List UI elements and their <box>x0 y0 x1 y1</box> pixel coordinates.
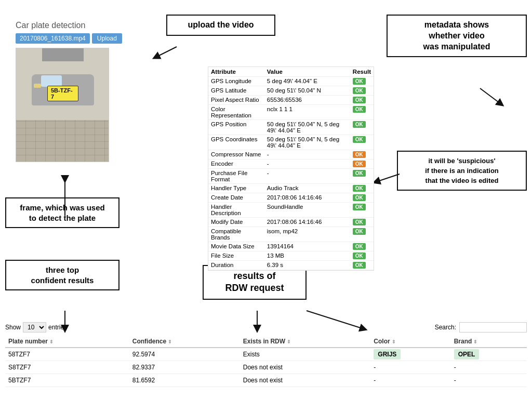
callout-frame: frame, which was used to detect the plat… <box>5 197 119 228</box>
metadata-attribute: Modify Date <box>208 218 264 227</box>
metadata-result: OK <box>350 150 374 159</box>
metadata-row: Create Date2017:08:06 14:16:46OK <box>208 193 374 203</box>
headlight <box>34 84 41 88</box>
color: - <box>370 374 450 387</box>
upload-row: 20170806_161638.mp4 Upload <box>16 33 122 44</box>
plate-number: S8TZF7 <box>5 361 129 374</box>
ok-badge: OK <box>353 170 366 177</box>
ok-badge: OK <box>353 194 366 201</box>
road-surface <box>16 120 109 162</box>
search-row: Search: <box>435 322 527 332</box>
show-label: Show <box>5 324 21 331</box>
color: - <box>370 361 450 374</box>
ok-badge: OK <box>353 262 366 269</box>
exists-in-rdw: Exists <box>240 348 371 361</box>
metadata-row: File Size13 MBOK <box>208 251 374 261</box>
exists-in-rdw: Does not exist <box>240 374 371 387</box>
results-col-header: Plate number⇕ <box>5 336 129 348</box>
entries-select[interactable]: 10 25 50 <box>23 322 46 332</box>
ok-badge: OK <box>353 151 366 158</box>
callout-upload: upload the video <box>166 15 275 36</box>
ok-badge: OK <box>353 78 366 85</box>
metadata-result: OK <box>350 251 374 261</box>
metadata-value: 50 deg 51\' 50.04" N <box>264 86 350 96</box>
metadata-row: GPS Position50 deg 51\' 50.04" N, 5 deg … <box>208 120 374 135</box>
metadata-attribute: Movie Data Size <box>208 242 264 251</box>
metadata-attribute: Encoder <box>208 159 264 169</box>
ok-badge: OK <box>353 185 366 192</box>
metadata-attribute: Create Date <box>208 193 264 203</box>
metadata-value: - <box>264 169 350 184</box>
car-body: 5B-TZF-7 <box>32 74 94 105</box>
metadata-result: OK <box>350 203 374 218</box>
results-row: 58TZF792.5974ExistsGRIJSOPEL <box>5 348 527 361</box>
plate-number: 58TZF7 <box>5 348 129 361</box>
car-plate-section: Car plate detection 20170806_161638.mp4 … <box>16 21 122 162</box>
metadata-row: Duration6.39 sOK <box>208 261 374 270</box>
ok-badge: OK <box>353 252 366 259</box>
brand: - <box>451 374 527 387</box>
confidence: 92.5974 <box>129 348 240 361</box>
metadata-row: Compressor Name-OK <box>208 150 374 159</box>
metadata-attribute: Purchase File Format <box>208 169 264 184</box>
upload-button[interactable]: Upload <box>92 33 122 44</box>
metadata-value: 13 MB <box>264 251 350 261</box>
results-row: 5BTZF781.6592Does not exist-- <box>5 374 527 387</box>
sort-icon[interactable]: ⇕ <box>168 339 172 344</box>
brand-highlighted: OPEL <box>454 349 480 360</box>
ok-badge: OK <box>353 87 366 94</box>
metadata-result: OK <box>350 193 374 203</box>
metadata-row: Compatible Brandsisom, mp42OK <box>208 227 374 242</box>
metadata-value: SoundHandle <box>264 203 350 218</box>
metadata-row: Movie Data Size13914164OK <box>208 242 374 251</box>
plate-number: 5BTZF7 <box>5 374 129 387</box>
metadata-result: OK <box>350 169 374 184</box>
ok-badge: OK <box>353 204 366 210</box>
metadata-value: 2017:08:06 14:16:46 <box>264 218 350 227</box>
metadata-row: Color Representationnclx 1 1 1OK <box>208 105 374 120</box>
metadata-result: OK <box>350 86 374 96</box>
metadata-value: nclx 1 1 1 <box>264 105 350 120</box>
sort-icon[interactable]: ⇕ <box>287 339 291 344</box>
sort-icon[interactable]: ⇕ <box>49 339 54 344</box>
callout-suspicious: it will be 'suspicious' if there is an i… <box>397 151 527 191</box>
metadata-row: GPS Longitude5 deg 49\' 44.04" EOK <box>208 77 374 86</box>
metadata-attribute: Duration <box>208 261 264 270</box>
results-col-header: Color⇕ <box>370 336 450 348</box>
search-input[interactable] <box>459 322 527 332</box>
sort-icon[interactable]: ⇕ <box>473 339 477 344</box>
metadata-value: - <box>264 150 350 159</box>
metadata-attribute: Compatible Brands <box>208 227 264 242</box>
metadata-value: 65536:65536 <box>264 96 350 105</box>
car-image: 5B-TZF-7 <box>16 48 109 162</box>
confidence: 81.6592 <box>129 374 240 387</box>
results-col-header: Exists in RDW⇕ <box>240 336 371 348</box>
metadata-value: 13914164 <box>264 242 350 251</box>
metadata-attribute: Color Representation <box>208 105 264 120</box>
sort-icon[interactable]: ⇕ <box>392 339 396 344</box>
col-result: Result <box>350 67 374 77</box>
metadata-result: OK <box>350 242 374 251</box>
metadata-result: OK <box>350 159 374 169</box>
color: GRIJS <box>370 348 450 361</box>
metadata-attribute: Handler Type <box>208 184 264 193</box>
metadata-result: OK <box>350 135 374 150</box>
metadata-result: OK <box>350 218 374 227</box>
exists-in-rdw: Does not exist <box>240 361 371 374</box>
metadata-result: OK <box>350 227 374 242</box>
metadata-row: GPS Latitude50 deg 51\' 50.04" NOK <box>208 86 374 96</box>
results-row: S8TZF782.9337Does not exist-- <box>5 361 527 374</box>
car-roof <box>42 48 84 61</box>
results-col-header: Confidence⇕ <box>129 336 240 348</box>
car-plate-title: Car plate detection <box>16 21 122 30</box>
ok-badge: OK <box>353 106 366 113</box>
metadata-attribute: Pixel Aspect Ratio <box>208 96 264 105</box>
ok-badge: OK <box>353 161 366 167</box>
ok-badge: OK <box>353 136 366 143</box>
brand: - <box>451 361 527 374</box>
ok-badge: OK <box>353 121 366 128</box>
svg-line-0 <box>156 47 177 57</box>
metadata-row: Encoder-OK <box>208 159 374 169</box>
table-controls: Show 10 25 50 entries Search: <box>5 322 527 332</box>
metadata-result: OK <box>350 120 374 135</box>
